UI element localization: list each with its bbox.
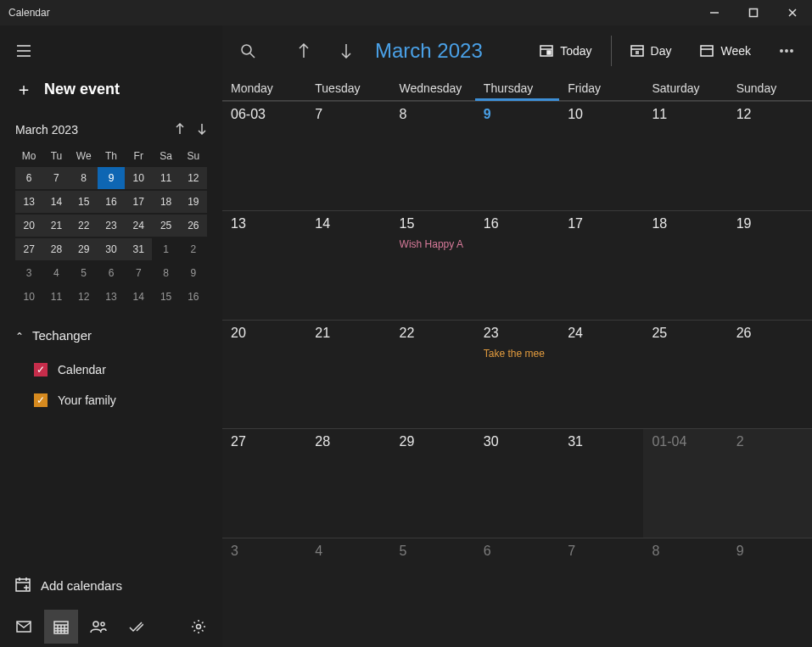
search-button[interactable]: [229, 32, 266, 70]
day-cell[interactable]: 12: [728, 101, 812, 210]
day-cell[interactable]: 15Wish Happy A: [391, 210, 475, 320]
day-cell[interactable]: 3: [222, 538, 306, 647]
account-toggle[interactable]: ⌄ Techanger: [0, 316, 222, 354]
mini-cal-prev[interactable]: [175, 123, 185, 137]
mini-cal-day[interactable]: 6: [98, 262, 125, 284]
day-cell[interactable]: 7: [559, 538, 643, 647]
mini-cal-day[interactable]: 11: [152, 167, 179, 189]
day-cell[interactable]: 11: [643, 101, 727, 210]
mini-cal-month[interactable]: March 2023: [15, 123, 78, 137]
mini-cal-day[interactable]: 8: [152, 262, 179, 284]
mini-cal-day[interactable]: 8: [70, 167, 98, 189]
event-item[interactable]: Wish Happy A: [400, 238, 475, 250]
event-item[interactable]: Take the mee: [484, 348, 559, 360]
mini-cal-day[interactable]: 2: [180, 238, 207, 260]
day-cell[interactable]: 13: [222, 210, 306, 320]
mini-cal-day[interactable]: 15: [70, 191, 98, 213]
mini-cal-day[interactable]: 20: [15, 215, 42, 237]
day-cell[interactable]: 23Take the mee: [475, 320, 559, 429]
mini-cal-day[interactable]: 15: [152, 286, 179, 308]
close-button[interactable]: [773, 0, 812, 25]
more-button[interactable]: [768, 32, 805, 70]
mini-cal-day[interactable]: 9: [180, 262, 207, 284]
mini-cal-day[interactable]: 11: [42, 286, 70, 308]
calendar-item[interactable]: ✓Calendar: [0, 354, 222, 385]
day-cell[interactable]: 22: [391, 320, 475, 429]
mini-cal-day[interactable]: 10: [125, 167, 152, 189]
day-cell[interactable]: 06-03: [222, 101, 306, 210]
mini-cal-day[interactable]: 23: [98, 215, 125, 237]
checkbox-icon[interactable]: ✓: [34, 393, 48, 407]
day-cell[interactable]: 26: [728, 320, 812, 429]
mini-cal-day[interactable]: 16: [180, 286, 207, 308]
day-view-button[interactable]: Day: [619, 32, 684, 70]
mini-cal-day[interactable]: 1: [152, 238, 179, 260]
today-button[interactable]: Today: [528, 32, 603, 70]
day-cell[interactable]: 6: [475, 538, 559, 647]
day-cell[interactable]: 24: [559, 320, 643, 429]
day-cell[interactable]: 10: [559, 101, 643, 210]
mini-cal-day[interactable]: 28: [42, 238, 70, 260]
mini-cal-day[interactable]: 4: [42, 262, 70, 284]
mini-cal-day[interactable]: 25: [152, 215, 179, 237]
day-cell[interactable]: 20: [222, 320, 306, 429]
mini-cal-day[interactable]: 6: [15, 167, 42, 189]
mini-cal-day[interactable]: 14: [125, 286, 152, 308]
prev-button[interactable]: [285, 32, 322, 70]
add-calendars-button[interactable]: Add calendars: [0, 565, 222, 606]
mini-cal-day[interactable]: 12: [180, 167, 207, 189]
mini-cal-next[interactable]: [197, 123, 207, 137]
mini-cal-day[interactable]: 5: [70, 262, 98, 284]
day-cell[interactable]: 18: [643, 210, 727, 320]
day-cell[interactable]: 30: [475, 428, 559, 538]
checkbox-icon[interactable]: ✓: [34, 363, 48, 376]
mini-cal-day[interactable]: 18: [152, 191, 179, 213]
mini-cal-day[interactable]: 7: [42, 167, 70, 189]
day-cell[interactable]: 25: [643, 320, 727, 429]
day-cell[interactable]: 14: [306, 210, 390, 320]
day-cell[interactable]: 4: [306, 538, 390, 647]
next-button[interactable]: [328, 32, 365, 70]
mini-cal-day[interactable]: 24: [125, 215, 152, 237]
day-cell[interactable]: 7: [306, 101, 390, 210]
day-cell[interactable]: 27: [222, 428, 306, 538]
mini-cal-day[interactable]: 21: [42, 215, 70, 237]
mini-cal-day[interactable]: 13: [98, 286, 125, 308]
hamburger-button[interactable]: [7, 34, 41, 68]
calendar-button[interactable]: [44, 610, 78, 644]
day-cell[interactable]: 28: [306, 428, 390, 538]
day-cell[interactable]: 2: [728, 428, 812, 538]
toolbar-title[interactable]: March 2023: [375, 39, 483, 63]
day-cell[interactable]: 31: [559, 428, 643, 538]
mini-cal-day[interactable]: 26: [180, 215, 207, 237]
mini-cal-day[interactable]: 16: [98, 191, 125, 213]
day-cell[interactable]: 01-04: [643, 428, 727, 538]
mini-cal-day[interactable]: 19: [180, 191, 207, 213]
week-view-button[interactable]: Week: [688, 32, 763, 70]
mini-cal-day[interactable]: 7: [125, 262, 152, 284]
day-cell[interactable]: 29: [391, 428, 475, 538]
mini-cal-day[interactable]: 27: [15, 238, 42, 260]
minimize-button[interactable]: [695, 0, 734, 25]
settings-button[interactable]: [182, 610, 216, 644]
day-cell[interactable]: 9: [475, 101, 559, 210]
mini-cal-day[interactable]: 12: [70, 286, 98, 308]
maximize-button[interactable]: [734, 0, 773, 25]
day-cell[interactable]: 8: [643, 538, 727, 647]
mini-cal-day[interactable]: 13: [15, 191, 42, 213]
mini-cal-day[interactable]: 10: [15, 286, 42, 308]
todo-button[interactable]: [119, 610, 153, 644]
day-cell[interactable]: 19: [728, 210, 812, 320]
day-cell[interactable]: 21: [306, 320, 390, 429]
new-event-button[interactable]: ＋ New event: [0, 68, 222, 111]
mini-cal-day[interactable]: 14: [42, 191, 70, 213]
mini-cal-day[interactable]: 9: [98, 167, 125, 189]
mini-cal-day[interactable]: 31: [125, 238, 152, 260]
mini-cal-day[interactable]: 17: [125, 191, 152, 213]
day-cell[interactable]: 5: [391, 538, 475, 647]
mini-cal-day[interactable]: 3: [15, 262, 42, 284]
day-cell[interactable]: 17: [559, 210, 643, 320]
mini-cal-day[interactable]: 30: [98, 238, 125, 260]
day-cell[interactable]: 9: [728, 538, 812, 647]
day-cell[interactable]: 8: [391, 101, 475, 210]
